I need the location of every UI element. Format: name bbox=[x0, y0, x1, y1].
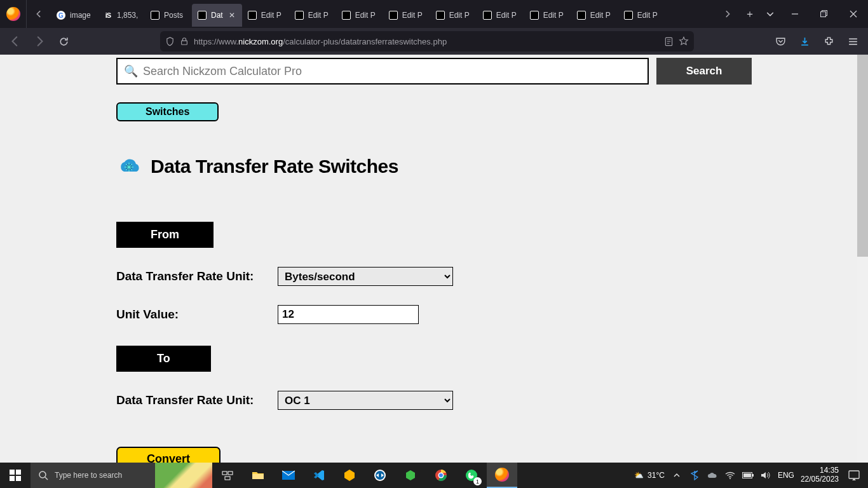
from-unit-select[interactable]: Bytes/second bbox=[278, 267, 453, 286]
tab[interactable]: Edit P bbox=[242, 4, 289, 27]
tab[interactable]: Edit P bbox=[289, 4, 336, 27]
switches-button[interactable]: Switches bbox=[116, 102, 219, 121]
notifications-icon[interactable] bbox=[845, 470, 863, 480]
svg-point-28 bbox=[439, 473, 443, 477]
clock-time: 14:35 bbox=[801, 466, 839, 475]
tab[interactable]: iS 1,853, bbox=[98, 4, 145, 27]
svg-rect-34 bbox=[849, 471, 859, 478]
svg-rect-19 bbox=[222, 471, 227, 475]
app-icon[interactable] bbox=[334, 463, 365, 488]
reader-mode-icon[interactable] bbox=[664, 37, 674, 46]
tab-label: Edit P bbox=[496, 11, 519, 20]
favicon-icon bbox=[248, 11, 257, 20]
shield-icon bbox=[165, 37, 175, 46]
unit-value-input[interactable] bbox=[278, 305, 419, 324]
favicon-icon bbox=[295, 11, 304, 20]
favicon-icon bbox=[624, 11, 633, 20]
url-bar[interactable]: https://www.nickzom.org/calculator-plus/… bbox=[160, 31, 694, 51]
start-button[interactable] bbox=[0, 463, 31, 488]
task-view-icon[interactable] bbox=[212, 463, 243, 488]
search-icon bbox=[38, 470, 48, 480]
bookmark-icon[interactable] bbox=[679, 36, 689, 46]
back-button[interactable] bbox=[5, 31, 25, 51]
whatsapp-icon[interactable] bbox=[456, 463, 487, 488]
from-unit-label: Data Transfer Rate Unit: bbox=[116, 269, 262, 283]
tab-label: image bbox=[70, 11, 93, 20]
tab-label: Edit P bbox=[590, 11, 613, 20]
tab[interactable]: Edit P bbox=[336, 4, 383, 27]
site-search-button[interactable]: Search bbox=[656, 58, 752, 85]
firefox-menu-button[interactable] bbox=[0, 0, 27, 28]
tab-label: Dat bbox=[211, 11, 223, 20]
chrome-icon[interactable] bbox=[426, 463, 456, 488]
tab[interactable]: Edit P bbox=[477, 4, 524, 27]
taskbar-clock[interactable]: 14:35 22/05/2023 bbox=[801, 466, 839, 484]
page-title: Data Transfer Rate Switches bbox=[151, 156, 398, 177]
language-indicator[interactable]: ENG bbox=[778, 471, 794, 480]
tab[interactable]: Edit P bbox=[571, 4, 618, 27]
favicon-icon bbox=[342, 11, 351, 20]
windows-taskbar: Type here to search bbox=[0, 463, 868, 488]
tab[interactable]: G image bbox=[51, 4, 98, 27]
taskbar-search[interactable]: Type here to search bbox=[31, 463, 155, 488]
tab-scroll-left[interactable] bbox=[27, 0, 51, 28]
extensions-icon[interactable] bbox=[818, 31, 839, 51]
teamviewer-icon[interactable] bbox=[365, 463, 395, 488]
lock-icon bbox=[180, 37, 189, 46]
app-icon[interactable] bbox=[395, 463, 426, 488]
app-menu-icon[interactable] bbox=[843, 31, 863, 51]
firefox-icon bbox=[6, 7, 20, 21]
all-tabs-button[interactable] bbox=[760, 0, 780, 28]
taskbar-widget[interactable] bbox=[155, 463, 212, 488]
weather-temp: 31°C bbox=[648, 471, 665, 480]
search-placeholder: Search Nickzom Calculator Pro bbox=[143, 65, 302, 78]
tab[interactable]: Edit P bbox=[430, 4, 477, 27]
weather-widget[interactable]: ⛅ 31°C bbox=[634, 471, 665, 480]
window-restore-button[interactable] bbox=[810, 0, 839, 28]
tab-label: Edit P bbox=[449, 11, 472, 20]
downloads-icon[interactable] bbox=[794, 31, 815, 51]
wifi-icon[interactable] bbox=[724, 470, 736, 481]
to-unit-label: Data Transfer Rate Unit: bbox=[116, 393, 262, 407]
onedrive-icon[interactable] bbox=[707, 470, 718, 481]
vscode-icon[interactable] bbox=[304, 463, 334, 488]
tab-active[interactable]: Dat ✕ bbox=[192, 4, 242, 27]
reload-button[interactable] bbox=[53, 31, 74, 51]
tab[interactable]: Edit P bbox=[618, 4, 665, 27]
mail-icon[interactable] bbox=[273, 463, 304, 488]
volume-icon[interactable] bbox=[760, 470, 771, 481]
window-minimize-button[interactable] bbox=[780, 0, 810, 28]
close-tab-icon[interactable]: ✕ bbox=[227, 10, 237, 20]
tab-label: Edit P bbox=[355, 11, 378, 20]
window-close-button[interactable] bbox=[839, 0, 868, 28]
new-tab-button[interactable]: ＋ bbox=[740, 0, 760, 28]
to-unit-select[interactable]: OC 1 bbox=[278, 391, 453, 410]
tab-label: Edit P bbox=[261, 11, 284, 20]
from-section-label: From bbox=[116, 222, 214, 248]
scroll-thumb[interactable] bbox=[857, 55, 868, 257]
file-explorer-icon[interactable] bbox=[243, 463, 273, 488]
tab[interactable]: Edit P bbox=[383, 4, 430, 27]
pocket-icon[interactable] bbox=[770, 31, 790, 51]
favicon-icon bbox=[436, 11, 445, 20]
svg-rect-33 bbox=[752, 474, 754, 477]
convert-button[interactable]: Convert bbox=[116, 447, 220, 463]
battery-icon[interactable] bbox=[742, 470, 754, 481]
firefox-icon bbox=[495, 468, 509, 482]
forward-button[interactable] bbox=[29, 31, 50, 51]
site-search-input[interactable]: 🔍 Search Nickzom Calculator Pro bbox=[116, 58, 649, 85]
tab-label: Edit P bbox=[308, 11, 331, 20]
svg-line-18 bbox=[45, 477, 48, 480]
scrollbar[interactable] bbox=[857, 55, 868, 463]
page-viewport: 🔍 Search Nickzom Calculator Pro Search S… bbox=[0, 55, 868, 463]
favicon-icon bbox=[389, 11, 398, 20]
favicon-icon bbox=[198, 11, 207, 20]
tab[interactable]: Edit P bbox=[524, 4, 571, 27]
tray-chevron-icon[interactable] bbox=[671, 470, 682, 481]
tab-scroll-right[interactable] bbox=[715, 0, 740, 28]
tab-label: Edit P bbox=[402, 11, 425, 20]
bluetooth-icon[interactable] bbox=[689, 470, 700, 481]
tab[interactable]: Posts bbox=[145, 4, 192, 27]
svg-rect-3 bbox=[182, 41, 187, 44]
firefox-taskbar-icon[interactable] bbox=[487, 463, 517, 488]
